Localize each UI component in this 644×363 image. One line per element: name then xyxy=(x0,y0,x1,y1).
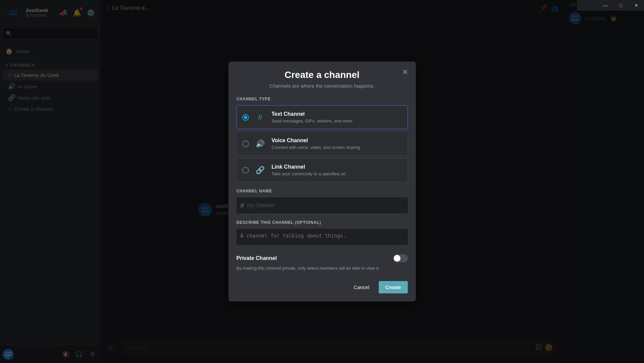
modal-subtitle: Channels are where the conversation happ… xyxy=(237,83,408,89)
channel-type-label: CHANNEL TYPE xyxy=(237,97,408,101)
channel-type-text[interactable]: # Text Channel Send messages, GIFs, stic… xyxy=(237,105,408,129)
channel-desc-input[interactable] xyxy=(237,229,408,245)
voice-channel-desc: Connect with voice, video, and screen sh… xyxy=(272,145,402,150)
channel-type-voice[interactable]: 🔊 Voice Channel Connect with voice, vide… xyxy=(237,132,408,156)
text-channel-info: Text Channel Send messages, GIFs, sticke… xyxy=(272,111,402,123)
link-channel-radio xyxy=(242,167,249,174)
text-channel-icon: # xyxy=(254,111,266,123)
modal-footer: Cancel Create xyxy=(237,281,408,293)
channel-name-section: CHANNEL NAME # xyxy=(237,189,408,213)
title-bar: — □ ✕ xyxy=(577,0,644,11)
minimize-button[interactable]: — xyxy=(598,0,613,11)
modal-title: Create a channel xyxy=(237,70,408,80)
link-channel-info: Link Channel Take your community to a sp… xyxy=(272,164,402,176)
private-channel-desc: By making this channel private, only sel… xyxy=(237,265,408,272)
channel-name-input[interactable] xyxy=(247,202,404,208)
channel-type-link[interactable]: 🔗 Link Channel Take your community to a … xyxy=(237,158,408,182)
link-channel-desc: Take your community to a specified url xyxy=(272,171,402,176)
link-channel-icon: 🔗 xyxy=(254,164,266,176)
text-channel-desc: Send messages, GIFs, stickers, and more xyxy=(272,118,402,123)
voice-channel-radio xyxy=(242,141,249,147)
modal-close-button[interactable]: ✕ xyxy=(400,67,410,78)
text-channel-name: Text Channel xyxy=(272,111,402,117)
private-channel-toggle[interactable] xyxy=(393,254,408,262)
close-button[interactable]: ✕ xyxy=(629,0,644,11)
private-channel-row: Private Channel xyxy=(237,254,408,262)
link-channel-name: Link Channel xyxy=(272,164,402,170)
voice-channel-info: Voice Channel Connect with voice, video,… xyxy=(272,138,402,150)
private-channel-section: Private Channel By making this channel p… xyxy=(237,254,408,272)
channel-name-prefix: # xyxy=(241,202,244,209)
text-channel-radio xyxy=(242,114,249,121)
toggle-knob xyxy=(394,255,400,262)
create-button[interactable]: Create xyxy=(379,281,408,293)
create-channel-modal: ✕ Create a channel Channels are where th… xyxy=(228,62,416,301)
channel-desc-section: DESCRIBE THIS CHANNEL (OPTIONAL) xyxy=(237,220,408,246)
channel-name-input-wrap: # xyxy=(237,197,408,213)
modal-overlay: ✕ Create a channel Channels are where th… xyxy=(0,0,644,363)
channel-desc-label: DESCRIBE THIS CHANNEL (OPTIONAL) xyxy=(237,220,408,225)
private-channel-title: Private Channel xyxy=(237,255,277,261)
voice-channel-name: Voice Channel xyxy=(272,138,402,144)
maximize-button[interactable]: □ xyxy=(613,0,629,11)
cancel-button[interactable]: Cancel xyxy=(348,281,375,293)
voice-channel-icon: 🔊 xyxy=(254,138,266,150)
channel-name-label: CHANNEL NAME xyxy=(237,189,408,193)
